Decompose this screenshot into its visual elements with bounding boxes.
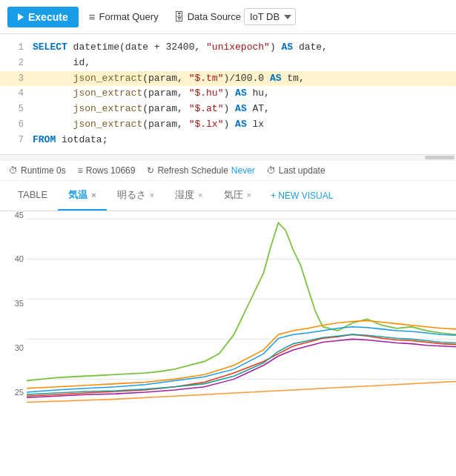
line-code-3: json_extract(param, "$.tm")/100.0 AS tm, bbox=[33, 71, 305, 87]
line-code-1: SELECT datetime(date + 32400, "unixepoch… bbox=[33, 40, 328, 56]
rows-label: Rows 10669 bbox=[86, 165, 136, 176]
tab-akasa-close[interactable]: × bbox=[150, 191, 154, 199]
line-number-7: 7 bbox=[6, 133, 24, 148]
line-code-6: json_extract(param, "$.lx") AS lx bbox=[33, 117, 264, 133]
tab-kiatsu-close[interactable]: × bbox=[247, 191, 251, 199]
sql-line-5: 5 json_extract(param, "$.at") AS AT, bbox=[0, 102, 456, 117]
refresh-value-link[interactable]: Never bbox=[231, 165, 255, 176]
tab-kion-close[interactable]: × bbox=[91, 191, 96, 199]
chart-line-hu bbox=[27, 320, 456, 388]
line-number-4: 4 bbox=[6, 86, 24, 101]
tab-shitudo-label: 湿度 bbox=[175, 188, 194, 202]
y-label-40: 40 bbox=[15, 255, 24, 263]
tab-table[interactable]: TABLE bbox=[7, 182, 58, 209]
rows-icon: ≡ bbox=[78, 165, 83, 176]
format-query-label: Format Query bbox=[99, 11, 158, 22]
chart-canvas bbox=[27, 211, 456, 411]
line-number-6: 6 bbox=[6, 117, 24, 132]
tab-table-label: TABLE bbox=[18, 189, 47, 200]
horizontal-scrollbar[interactable] bbox=[0, 155, 456, 161]
play-icon bbox=[18, 13, 24, 21]
format-icon: ≡ bbox=[89, 10, 96, 23]
format-query-button[interactable]: ≡ Format Query bbox=[82, 6, 166, 27]
datasource-text-label: Data Source bbox=[188, 11, 241, 22]
sql-line-1: 1 SELECT datetime(date + 32400, "unixepo… bbox=[0, 40, 456, 56]
tab-akasa-label: 明るさ bbox=[117, 188, 146, 202]
tab-shitudo[interactable]: 湿度 × bbox=[165, 181, 213, 211]
line-number-3: 3 bbox=[6, 71, 24, 86]
refresh-label: Refresh Schedule bbox=[157, 165, 228, 176]
line-code-4: json_extract(param, "$.hu") AS hu, bbox=[33, 86, 270, 102]
lastupdate-icon: ⏱ bbox=[267, 165, 276, 176]
line-code-2: id, bbox=[33, 56, 90, 71]
y-label-45: 45 bbox=[15, 211, 24, 219]
sql-line-4: 4 json_extract(param, "$.hu") AS hu, bbox=[0, 86, 456, 102]
status-runtime: ⏱ Runtime 0s bbox=[9, 165, 66, 176]
runtime-icon: ⏱ bbox=[9, 165, 18, 176]
new-visual-button[interactable]: + NEW VISUAL bbox=[262, 183, 342, 208]
status-refresh: ↻ Refresh Schedule Never bbox=[147, 165, 254, 176]
sql-line-6: 6 json_extract(param, "$.lx") AS lx bbox=[0, 117, 456, 133]
toolbar: Execute ≡ Format Query 🗄 Data Source IoT… bbox=[0, 0, 456, 34]
datasource-select[interactable]: IoT DB bbox=[244, 8, 296, 25]
tab-kion[interactable]: 気温 × bbox=[58, 181, 106, 211]
chart-yaxis: 45 40 35 30 25 bbox=[6, 211, 27, 397]
execute-button[interactable]: Execute bbox=[7, 7, 79, 27]
y-label-30: 30 bbox=[15, 344, 24, 352]
new-visual-label: + NEW VISUAL bbox=[271, 191, 333, 201]
execute-label: Execute bbox=[28, 11, 68, 23]
runtime-label: Runtime 0s bbox=[21, 165, 66, 176]
line-number-2: 2 bbox=[6, 56, 24, 70]
tabs-bar: TABLE 気温 × 明るさ × 湿度 × 気圧 × + NEW VISUAL bbox=[0, 181, 456, 211]
status-rows: ≡ Rows 10669 bbox=[78, 165, 136, 176]
line-code-7: FROM iotdata; bbox=[33, 133, 108, 148]
status-lastupdate: ⏱ Last update bbox=[267, 165, 326, 176]
refresh-icon: ↻ bbox=[147, 165, 154, 176]
sql-editor[interactable]: 1 SELECT datetime(date + 32400, "unixepo… bbox=[0, 34, 456, 155]
status-bar: ⏱ Runtime 0s ≡ Rows 10669 ↻ Refresh Sche… bbox=[0, 161, 456, 181]
tab-kiatsu-label: 気圧 bbox=[224, 188, 243, 202]
tab-shitudo-close[interactable]: × bbox=[198, 191, 202, 199]
chart-line-at bbox=[27, 326, 456, 391]
line-number-5: 5 bbox=[6, 102, 24, 116]
sql-line-7: 7 FROM iotdata; bbox=[0, 133, 456, 148]
sql-line-3: 3 json_extract(param, "$.tm")/100.0 AS t… bbox=[0, 71, 456, 87]
y-label-25: 25 bbox=[15, 389, 24, 397]
chart-line-extra bbox=[27, 339, 456, 397]
chart-svg bbox=[27, 211, 456, 411]
datasource-container: 🗄 Data Source IoT DB bbox=[174, 8, 296, 25]
line-number-1: 1 bbox=[6, 40, 24, 55]
chart-area: 45 40 35 30 25 bbox=[0, 211, 456, 411]
line-code-5: json_extract(param, "$.at") AS AT, bbox=[33, 102, 270, 117]
lastupdate-label: Last update bbox=[279, 165, 326, 176]
tab-akasa[interactable]: 明るさ × bbox=[107, 181, 165, 211]
scrollbar-thumb[interactable] bbox=[425, 156, 455, 159]
database-icon: 🗄 bbox=[174, 10, 185, 23]
tab-kiatsu[interactable]: 気圧 × bbox=[214, 181, 262, 211]
sql-line-2: 2 id, bbox=[0, 56, 456, 71]
chart-line-tm bbox=[27, 222, 456, 380]
tab-kion-label: 気温 bbox=[68, 188, 87, 202]
y-label-35: 35 bbox=[15, 300, 24, 308]
